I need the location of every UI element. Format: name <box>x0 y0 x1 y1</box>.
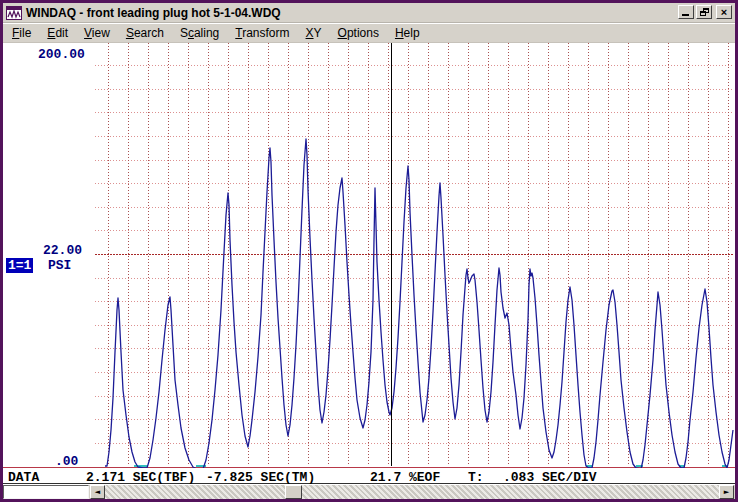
status-mode: DATA <box>8 470 39 485</box>
unit-label: PSI <box>48 258 71 273</box>
menu-item-search[interactable]: Search <box>120 25 170 41</box>
restore-button[interactable] <box>696 5 712 19</box>
menu-item-options[interactable]: Options <box>332 25 385 41</box>
menu-bar: FileEditViewSearchScalingTransformXYOpti… <box>3 24 735 43</box>
menu-item-transform[interactable]: Transform <box>229 25 295 41</box>
waveform-chart[interactable] <box>3 3 735 499</box>
y-axis-top-label: 200.00 <box>38 47 85 62</box>
menu-item-help[interactable]: Help <box>389 25 426 41</box>
scroll-right-icon: ► <box>724 488 729 496</box>
close-icon: × <box>721 6 727 18</box>
status-time-tm: -7.825 SEC(TM) <box>206 470 315 485</box>
horizontal-scrollbar: ◄ ► <box>3 485 735 499</box>
menu-item-file[interactable]: File <box>6 25 37 41</box>
app-icon <box>6 6 22 20</box>
status-t-label: T: <box>468 470 484 485</box>
window-title: WINDAQ - front leading plug hot 5-1-04.W… <box>26 6 281 20</box>
minimize-icon <box>682 14 689 16</box>
status-time-tbf: 2.171 SEC(TBF) <box>86 470 195 485</box>
status-percent-eof: 21.7 %EOF <box>370 470 440 485</box>
minimize-button[interactable] <box>678 5 694 19</box>
channel-badge[interactable]: 1=1 <box>6 258 33 273</box>
y-axis-bottom-label: .00 <box>55 454 78 469</box>
menu-item-xy[interactable]: XY <box>300 25 328 41</box>
status-bar: DATA 2.171 SEC(TBF) -7.825 SEC(TM) 21.7 … <box>3 468 735 484</box>
close-button[interactable]: × <box>716 5 732 19</box>
menu-item-view[interactable]: View <box>78 25 116 41</box>
scroll-left-icon: ◄ <box>95 488 100 496</box>
window-controls: × <box>676 5 732 19</box>
status-sec-per-div: .083 SEC/DIV <box>503 470 597 485</box>
y-axis-center-label: 22.00 <box>43 243 82 258</box>
scrollbar-track[interactable] <box>105 485 719 499</box>
scroll-left-button[interactable]: ◄ <box>90 485 105 499</box>
titlebar[interactable]: WINDAQ - front leading plug hot 5-1-04.W… <box>3 3 735 23</box>
windaq-window: WINDAQ - front leading plug hot 5-1-04.W… <box>0 0 738 502</box>
scroll-right-button[interactable]: ► <box>719 485 734 499</box>
menu-item-scaling[interactable]: Scaling <box>174 25 225 41</box>
pan-inset <box>3 485 89 499</box>
scrollbar-thumb[interactable] <box>285 485 302 499</box>
menu-item-edit[interactable]: Edit <box>41 25 74 41</box>
